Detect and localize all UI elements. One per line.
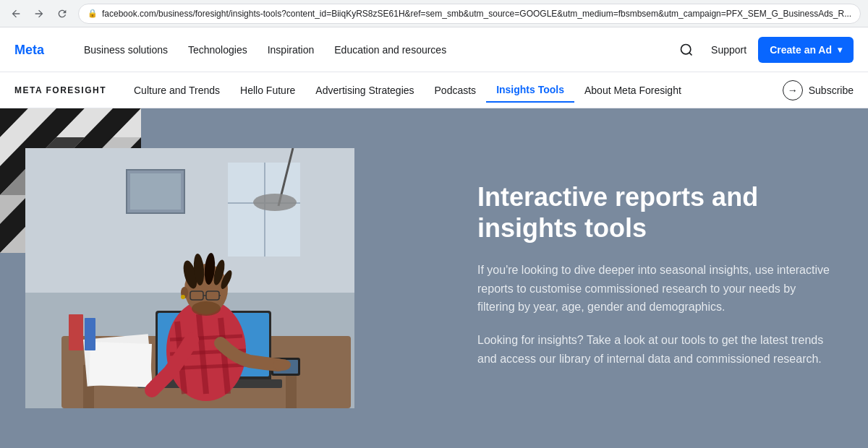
meta-logo[interactable]: Meta — [14, 43, 51, 57]
nav-technologies[interactable]: Technologies — [178, 38, 258, 61]
svg-rect-52 — [89, 342, 152, 387]
forward-button[interactable] — [29, 4, 49, 24]
sub-nav-advertising-strategies[interactable]: Advertising Strategies — [305, 79, 424, 102]
sub-nav-podcasts[interactable]: Podcasts — [425, 79, 487, 102]
subscribe-icon: → — [783, 80, 803, 100]
main-photo — [25, 148, 354, 408]
reload-button[interactable] — [52, 4, 72, 24]
meta-foresight-brand: META FORESIGHT — [14, 85, 106, 95]
svg-point-2 — [681, 44, 691, 53]
browser-navigation — [6, 4, 72, 24]
subscribe-control[interactable]: → Subscribe — [783, 80, 854, 100]
address-bar[interactable]: 🔒 facebook.com/business/foresight/insigh… — [78, 4, 861, 24]
chevron-down-icon: ▾ — [838, 45, 842, 55]
content-description-2: Looking for insights? Take a look at our… — [477, 331, 832, 368]
svg-rect-55 — [69, 314, 83, 350]
content-area: Interactive reports and insights tools I… — [0, 108, 868, 448]
nav-inspiration[interactable]: Inspiration — [258, 38, 325, 61]
sub-nav-hello-future[interactable]: Hello Future — [230, 79, 305, 102]
svg-point-76 — [192, 301, 221, 316]
content-right-panel: Interactive reports and insights tools I… — [434, 108, 868, 448]
sub-nav-about-meta-foresight[interactable]: About Meta Foresight — [574, 79, 692, 102]
create-ad-button[interactable]: Create an Ad ▾ — [758, 37, 854, 63]
subscribe-label: Subscribe — [809, 85, 854, 96]
nav-education-resources[interactable]: Education and resources — [324, 38, 456, 61]
svg-point-78 — [181, 295, 185, 299]
back-button[interactable] — [6, 4, 26, 24]
svg-point-41 — [253, 194, 297, 211]
url-text: facebook.com/business/foresight/insights… — [102, 9, 851, 19]
browser-chrome: 🔒 facebook.com/business/foresight/insigh… — [0, 0, 868, 27]
support-link[interactable]: Support — [711, 44, 746, 56]
nav-business-solutions[interactable]: Business solutions — [74, 38, 178, 61]
svg-rect-43 — [130, 173, 181, 210]
sub-nav-insights-tools[interactable]: Insights Tools — [486, 78, 574, 103]
nav-right-controls: Support Create an Ad ▾ — [673, 37, 854, 63]
svg-line-3 — [689, 52, 692, 55]
lock-icon: 🔒 — [88, 9, 98, 18]
sub-nav-links: Culture and Trends Hello Future Advertis… — [124, 78, 783, 103]
content-left-panel — [0, 108, 434, 448]
search-button[interactable] — [673, 37, 699, 63]
content-title: Interactive reports and insights tools — [477, 181, 832, 244]
svg-rect-56 — [85, 318, 95, 350]
main-navigation: Meta Business solutions Technologies Ins… — [0, 27, 868, 72]
svg-text:Meta: Meta — [14, 43, 45, 57]
sub-nav-culture-trends[interactable]: Culture and Trends — [124, 79, 230, 102]
sub-navigation: META FORESIGHT Culture and Trends Hello … — [0, 72, 868, 108]
svg-point-75 — [273, 359, 291, 371]
main-nav-links: Business solutions Technologies Inspirat… — [74, 38, 673, 61]
content-description-1: If you're looking to dive deeper into se… — [477, 261, 832, 316]
